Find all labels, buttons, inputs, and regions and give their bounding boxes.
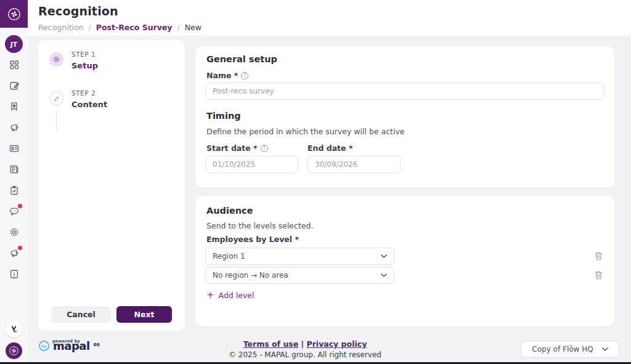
header: Recognition Recognition / Post-Reco Surv… [28,0,631,35]
privacy-link[interactable]: Privacy policy [307,339,367,349]
notification-badge [18,246,22,250]
help-icon[interactable]: ? [261,145,268,152]
employees-level-label: Employees by Level * [206,235,299,244]
level-select-1[interactable]: Region 1 [205,248,394,265]
step-1[interactable]: STEP 1 Setup [49,51,98,70]
user-avatar[interactable]: JT [5,35,23,53]
plus-icon: + [206,289,214,301]
wizard-actions: Cancel Next [51,306,172,323]
chevron-down-icon [381,271,387,280]
general-setup-card: General setup Name * ? Timing Define the… [195,46,614,188]
bookmark-star-icon[interactable] [7,100,21,113]
start-date-label: Start date * ? [206,144,268,153]
edit-note-icon[interactable] [7,79,21,92]
pinwheel-logo-icon [6,6,22,22]
step-2-name: Content [71,100,107,109]
start-date-input[interactable] [205,156,298,173]
steps-panel: STEP 1 Setup STEP 2 Content Cancel Next [38,40,185,331]
breadcrumb-separator: / [177,23,179,32]
app-logo[interactable] [0,0,28,28]
breadcrumb: Recognition / Post-Reco Survey / New [38,23,202,32]
next-button[interactable]: Next [116,306,172,323]
gear-icon[interactable] [7,225,21,239]
help-icon[interactable]: ? [241,72,248,79]
general-setup-title: General setup [206,54,277,64]
audience-subtitle: Send to the levels selected. [206,221,313,230]
chevron-down-icon [602,345,608,354]
links-separator: | [298,339,306,349]
timing-subtitle: Define the period in which the survey wi… [206,127,405,136]
chat-icon[interactable] [7,204,21,218]
notification-badge [18,204,22,208]
store-selector-value: Copy of Flōw HQ [532,345,593,354]
page-title: Recognition [38,4,118,18]
add-level-button[interactable]: + Add level [206,289,254,301]
step-1-name: Setup [71,61,98,70]
news-icon[interactable] [7,163,21,176]
dashboard-icon[interactable] [7,58,21,71]
delete-level-1-button[interactable] [593,251,603,262]
name-input[interactable] [205,83,605,100]
megaphone-icon[interactable] [7,121,21,134]
info-icon[interactable] [7,267,21,281]
timing-title: Timing [206,111,241,121]
breadcrumb-separator: / [89,23,91,32]
sidebar-bottom [0,321,28,359]
step-gear-icon [49,52,63,67]
step-2-eyebrow: STEP 2 [71,89,107,97]
breadcrumb-survey[interactable]: Post-Reco Survey [96,23,173,32]
sidebar-nav [0,58,28,281]
add-level-label: Add level [219,291,254,300]
step-connector [56,111,57,130]
audience-card: Audience Send to the levels selected. Em… [195,196,614,326]
step-2[interactable]: STEP 2 Content [49,89,107,109]
delete-level-2-button[interactable] [593,270,603,281]
step-pencil-icon [49,91,63,105]
flow-logo-icon[interactable] [6,321,22,338]
megaphone-icon[interactable] [7,246,21,260]
copyright-text: © 2025 - MAPAL group. All right reserved [0,350,610,359]
store-selector[interactable]: Copy of Flōw HQ [521,341,619,358]
breadcrumb-recognition[interactable]: Recognition [38,23,84,32]
level-select-2[interactable]: No region → No area [205,267,394,284]
end-date-label: End date * [307,144,352,153]
terms-link[interactable]: Terms of use [243,339,299,349]
end-date-input[interactable] [307,156,401,173]
name-label: Name * ? [206,71,248,80]
sidebar: JT [0,0,28,364]
step-1-eyebrow: STEP 1 [71,51,98,58]
app-window: Recognition Recognition / Post-Reco Surv… [0,0,631,364]
cancel-button[interactable]: Cancel [51,306,111,323]
chevron-down-icon [381,252,387,261]
footer-legal: Terms of use | Privacy policy © 2025 - M… [0,339,610,359]
level-select-2-value: No region → No area [213,271,288,280]
clipboard-check-icon[interactable] [7,184,21,197]
brand-logo-icon[interactable] [6,342,22,359]
level-select-1-value: Region 1 [213,252,245,261]
id-card-icon[interactable] [7,142,21,155]
audience-title: Audience [206,206,253,216]
breadcrumb-new: New [185,23,202,32]
